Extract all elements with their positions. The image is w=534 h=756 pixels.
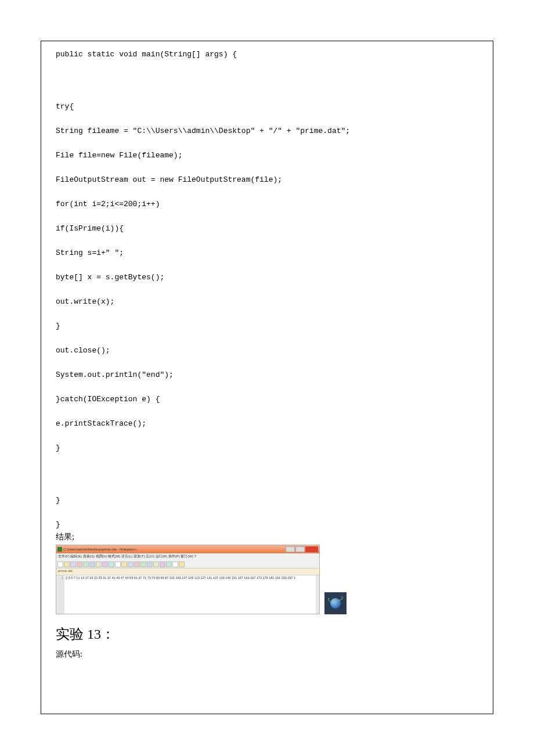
- zoom-in-icon[interactable]: [140, 561, 146, 567]
- close-file-icon[interactable]: [83, 561, 89, 567]
- code-line: File file=new File(fileame);: [56, 151, 478, 161]
- source-code-label: 源代码:: [56, 649, 478, 660]
- indent-guide-icon[interactable]: [166, 561, 172, 567]
- macro-record-icon[interactable]: [172, 561, 178, 567]
- wrap-icon[interactable]: [153, 561, 159, 567]
- code-line: out.write(x);: [56, 297, 478, 308]
- code-line: try{: [56, 102, 478, 113]
- section-heading: 实验 13：: [56, 625, 478, 643]
- code-line: e.printStackTrace();: [56, 419, 478, 430]
- maximize-button[interactable]: [295, 546, 305, 552]
- editor-content: 1 2 3 5 7 11 13 17 19 23 29 31 37 41 43 …: [56, 575, 319, 614]
- code-line: for(int i=2;i<=200;i++): [56, 200, 478, 210]
- undo-icon[interactable]: [115, 561, 121, 567]
- show-chars-icon[interactable]: [160, 561, 165, 567]
- code-line: public static void main(String[] args) {: [56, 50, 478, 60]
- heading-prefix: 实验: [56, 627, 87, 642]
- code-line: }: [56, 444, 478, 454]
- code-line: if(IsPrime(i)){: [56, 224, 478, 235]
- paste-icon[interactable]: [109, 561, 114, 567]
- code-line: String fileame = "C:\\Users\\admin\\Desk…: [56, 127, 478, 137]
- save-icon[interactable]: [70, 561, 76, 567]
- minimize-button[interactable]: [286, 546, 295, 552]
- code-line: }: [56, 322, 478, 332]
- code-line: out.close();: [56, 346, 478, 357]
- replace-icon[interactable]: [134, 561, 140, 567]
- find-icon[interactable]: [128, 561, 134, 567]
- close-button[interactable]: [305, 546, 318, 552]
- code-line: }catch(IOException e) {: [56, 395, 478, 405]
- menu-bar[interactable]: 文件(F) 编辑(E) 搜索(S) 视图(V) 格式(M) 语言(L) 设置(T…: [56, 553, 319, 560]
- file-content-line: 2 3 5 7 11 13 17 19 23 29 31 37 41 43 47…: [66, 576, 295, 579]
- redo-icon[interactable]: [121, 561, 127, 567]
- code-line: byte[] x = s.getBytes();: [56, 273, 478, 283]
- copy-icon[interactable]: [102, 561, 108, 567]
- code-line: }: [56, 520, 478, 531]
- vertical-scrollbar[interactable]: [316, 575, 319, 614]
- window-title: C:\Users\admin\Desktop\prime.dat - Notep…: [63, 548, 137, 551]
- line-gutter: 1: [56, 575, 64, 614]
- notepad-window: C:\Users\admin\Desktop\prime.dat - Notep…: [56, 545, 320, 614]
- globe-icon: [330, 598, 341, 609]
- heading-number: 13: [87, 627, 101, 642]
- editor-text-area[interactable]: 2 3 5 7 11 13 17 19 23 29 31 37 41 43 47…: [64, 575, 316, 614]
- new-file-icon[interactable]: [57, 561, 63, 567]
- code-line: FileOutputStream out = new FileOutputStr…: [56, 175, 478, 186]
- code-line: String s=i+" ";: [56, 249, 478, 259]
- file-tab-label: prime.dat: [58, 569, 73, 573]
- code-line: }: [56, 496, 478, 506]
- macro-play-icon[interactable]: [179, 561, 185, 567]
- toolbar: [56, 560, 319, 568]
- code-line: System.out.println("end");: [56, 370, 478, 381]
- document-page: public static void main(String[] args) {…: [41, 41, 493, 714]
- open-file-icon[interactable]: [64, 561, 70, 567]
- screenshot-row: C:\Users\admin\Desktop\prime.dat - Notep…: [56, 545, 478, 614]
- heading-suffix: ：: [101, 627, 115, 642]
- file-tab[interactable]: prime.dat: [56, 568, 319, 575]
- save-all-icon[interactable]: [77, 561, 82, 567]
- cut-icon[interactable]: [96, 561, 102, 567]
- globe-ring-icon: [327, 595, 343, 603]
- gutter-line-number: 1: [57, 576, 63, 579]
- titlebar: C:\Users\admin\Desktop\prime.dat - Notep…: [56, 545, 319, 553]
- app-icon: [57, 547, 62, 552]
- print-icon[interactable]: [89, 561, 95, 567]
- zoom-out-icon[interactable]: [147, 561, 153, 567]
- browser-thumbnail: [324, 592, 347, 614]
- result-label: 结果;: [56, 532, 478, 542]
